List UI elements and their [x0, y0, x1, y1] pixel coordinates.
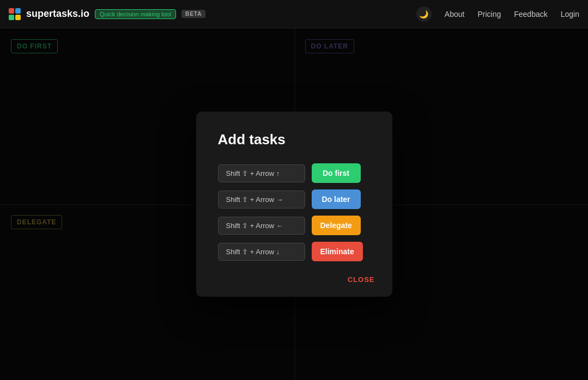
- do-first-button[interactable]: Do first: [312, 163, 361, 183]
- navbar-actions: 🌙 About Pricing Feedback Login: [416, 7, 579, 22]
- delegate-button[interactable]: Delegate: [312, 216, 361, 235]
- modal-overlay: Add tasks Shift ⇧ + Arrow ↑ Do first Shi…: [0, 28, 588, 380]
- logo-text: supertasks.io: [26, 8, 89, 20]
- shortcut-key-do-first: Shift ⇧ + Arrow ↑: [218, 164, 305, 182]
- shortcut-key-eliminate: Shift ⇧ + Arrow ↓: [218, 243, 305, 261]
- navbar: supertasks.io Quick decision making tool…: [0, 0, 588, 28]
- about-link[interactable]: About: [445, 10, 465, 19]
- logo-grid: [9, 8, 21, 20]
- login-link[interactable]: Login: [561, 10, 579, 19]
- logo-tagline: Quick decision making tool: [95, 9, 176, 19]
- shortcut-key-delegate: Shift ⇧ + Arrow ←: [218, 217, 305, 235]
- do-later-button[interactable]: Do later: [312, 189, 361, 209]
- eliminate-button[interactable]: Eliminate: [312, 242, 363, 261]
- shortcut-list: Shift ⇧ + Arrow ↑ Do first Shift ⇧ + Arr…: [218, 163, 371, 261]
- logo-cell-yellow: [15, 15, 21, 20]
- shortcut-row-do-first: Shift ⇧ + Arrow ↑ Do first: [218, 163, 371, 183]
- logo-area: supertasks.io Quick decision making tool…: [9, 8, 205, 20]
- logo-cell-red: [9, 8, 14, 14]
- shortcut-row-delegate: Shift ⇧ + Arrow ← Delegate: [218, 216, 371, 235]
- pricing-link[interactable]: Pricing: [477, 10, 501, 19]
- dark-mode-toggle[interactable]: 🌙: [416, 7, 432, 22]
- add-tasks-modal: Add tasks Shift ⇧ + Arrow ↑ Do first Shi…: [196, 112, 392, 297]
- close-button[interactable]: CLOSE: [348, 275, 375, 284]
- logo-cell-green: [9, 15, 14, 20]
- quadrant-area: DO FIRST DO LATER DELEGATE ELIMINATE Add…: [0, 28, 588, 380]
- feedback-link[interactable]: Feedback: [514, 10, 547, 19]
- modal-title: Add tasks: [218, 131, 371, 148]
- shortcut-row-do-later: Shift ⇧ + Arrow → Do later: [218, 189, 371, 209]
- beta-badge: BETA: [181, 10, 205, 18]
- shortcut-row-eliminate: Shift ⇧ + Arrow ↓ Eliminate: [218, 242, 371, 261]
- logo-cell-blue: [15, 8, 21, 14]
- shortcut-key-do-later: Shift ⇧ + Arrow →: [218, 191, 305, 209]
